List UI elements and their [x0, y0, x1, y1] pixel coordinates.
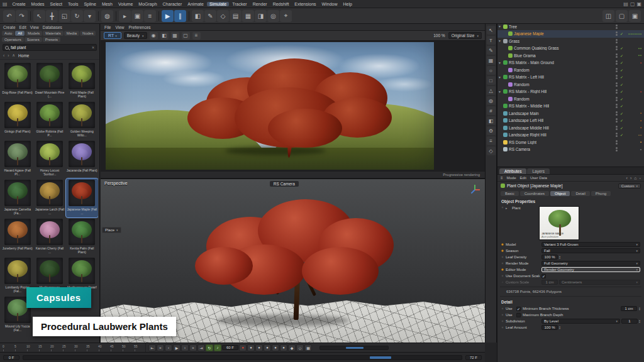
season-dropdown[interactable]: Fall ▾: [541, 248, 640, 253]
plant-asset[interactable]: Globe Robinia (Fall P...: [33, 101, 65, 140]
home-icon[interactable]: ⌂: [634, 176, 636, 180]
settings-icon[interactable]: ⚙: [487, 126, 496, 135]
enable-check-icon[interactable]: ✓: [619, 31, 625, 36]
separator[interactable]: [158, 11, 159, 21]
enable-check-icon[interactable]: ✓: [619, 89, 625, 94]
object-row[interactable]: Random ✓: [497, 81, 644, 89]
visibility-dots[interactable]: [616, 147, 618, 151]
menu-item[interactable]: Modes: [29, 2, 47, 6]
min-branch-checkbox[interactable]: ✓: [516, 307, 521, 311]
back-icon[interactable]: ‹: [626, 176, 628, 180]
key-rotation-icon[interactable]: ●: [264, 344, 271, 351]
separator[interactable]: [30, 11, 31, 21]
modeling-cube-icon[interactable]: ◧: [192, 10, 204, 22]
tag-strip[interactable]: ▪▪▪▪▪▪▪: [626, 32, 642, 36]
leaf-amount-field[interactable]: 100 %: [541, 325, 558, 330]
panel-menu-icon[interactable]: ≡: [501, 176, 503, 180]
search-input[interactable]: [11, 45, 90, 50]
object-row[interactable]: ▼ Grass ✓: [497, 38, 644, 45]
render-view-canvas[interactable]: [101, 41, 485, 171]
visibility-dots[interactable]: [616, 68, 618, 72]
tag-strip[interactable]: ▪: [626, 140, 642, 144]
layout-render-icon[interactable]: ▣: [629, 10, 641, 22]
object-row[interactable]: ▼ RS Matrix - Left Hill ✓: [497, 74, 644, 81]
forward-icon[interactable]: ›: [630, 176, 631, 180]
subdivision-dropdown[interactable]: By Level ▾: [541, 319, 620, 324]
plant-asset[interactable]: Honey Locust 'Sunbur...: [33, 140, 65, 178]
timeline-mini-slider[interactable]: [319, 346, 389, 350]
expand-arrow[interactable]: ▼: [497, 61, 502, 65]
expand-arrow[interactable]: ▼: [497, 90, 502, 94]
tag-strip[interactable]: ▪: [626, 126, 642, 129]
asset-filter-tab[interactable]: Auto: [2, 31, 14, 36]
visibility-dots[interactable]: [616, 53, 618, 58]
key-parameter-icon[interactable]: ●: [272, 344, 279, 351]
zoom-size-dropdown[interactable]: Original Size ▾: [448, 32, 482, 39]
list-icon[interactable]: ≡: [487, 136, 496, 145]
prev-key-icon[interactable]: «: [157, 344, 164, 351]
menu-item[interactable]: Redshift: [270, 2, 292, 6]
plant-asset[interactable]: Havard Agave (Fall Pl...: [1, 140, 33, 178]
visibility-dots[interactable]: [616, 75, 618, 79]
next-frame-icon[interactable]: ›: [181, 344, 189, 351]
object-row[interactable]: ▼ RS Matrix - Main Ground ✓ ▪: [497, 59, 644, 67]
editor-mode-dropdown[interactable]: Render Geometry ▾: [541, 267, 640, 272]
rt-renderer-button[interactable]: RT ▾: [104, 32, 121, 39]
object-name[interactable]: Tree: [509, 25, 517, 29]
axis-gizmo[interactable]: [470, 184, 480, 194]
object-name[interactable]: Landscape Left Hill: [509, 118, 543, 123]
object-name[interactable]: RS Matrix - Right Hill: [509, 89, 547, 94]
panel-tab[interactable]: Attributes: [499, 168, 526, 174]
object-name[interactable]: Grass: [509, 39, 519, 43]
goto-end-icon[interactable]: ⇥: [197, 344, 205, 351]
current-frame-field[interactable]: 60 F: [222, 345, 238, 350]
key-scale-icon[interactable]: ●: [255, 344, 263, 351]
attribute-menu-item[interactable]: User Data: [530, 176, 547, 180]
object-name[interactable]: RS Camera: [509, 147, 530, 151]
anim-dot[interactable]: [501, 314, 504, 316]
enable-check-icon[interactable]: ✓: [619, 118, 625, 123]
snapshot-icon[interactable]: ◉: [150, 32, 158, 40]
render-pass-dropdown[interactable]: Beauty ▾: [124, 32, 147, 39]
window-icon[interactable]: ▢: [630, 1, 635, 7]
menu-item[interactable]: Create: [10, 2, 28, 6]
object-row[interactable]: RS Camera ✓ ▪: [497, 146, 644, 153]
app-menu-icon[interactable]: ▤: [3, 1, 8, 7]
asset-filter-tab[interactable]: Nodes: [80, 31, 96, 36]
object-row[interactable]: Landscape Middle Hill ✓ ▪: [497, 124, 644, 132]
tag-strip[interactable]: ▪: [626, 90, 642, 94]
range-start-field[interactable]: 0 F: [3, 355, 19, 360]
simulate-pause-icon[interactable]: ∥: [174, 10, 186, 22]
menu-item[interactable]: Animate: [185, 2, 206, 6]
zoom-level[interactable]: 100 %: [433, 33, 445, 38]
next-key-icon[interactable]: »: [189, 344, 197, 351]
tag-strip[interactable]: ▪: [626, 148, 642, 151]
plant-asset[interactable]: Japanese Maple (Fall ...: [66, 178, 98, 217]
back-icon[interactable]: ‹: [3, 53, 4, 58]
separator[interactable]: [116, 11, 116, 21]
object-name[interactable]: Japanese Maple: [514, 31, 544, 36]
plant-asset[interactable]: Juneberry (Fall Plant): [1, 217, 33, 256]
place-tool-pill[interactable]: Place ▾: [102, 227, 121, 233]
breadcrumb[interactable]: Home: [18, 53, 29, 58]
subdivide-icon[interactable]: ▦: [242, 10, 254, 22]
redo-icon[interactable]: ↷: [16, 10, 28, 22]
object-name[interactable]: Landscape Main: [509, 111, 539, 116]
panel-icon[interactable]: ▣: [636, 1, 641, 7]
object-name[interactable]: Random: [514, 82, 530, 87]
object-name[interactable]: Landscape Right Hill: [509, 133, 547, 137]
enable-check-icon[interactable]: ✓: [619, 75, 625, 79]
grid-icon[interactable]: ▦: [171, 32, 179, 40]
anim-dot[interactable]: [501, 326, 504, 329]
tag-strip[interactable]: ▪: [626, 61, 642, 65]
expand-arrow[interactable]: ▼: [497, 25, 502, 28]
simulate-play-icon[interactable]: ▶: [162, 10, 174, 22]
anim-dot[interactable]: [501, 307, 504, 310]
snap-icon[interactable]: ▦: [304, 344, 312, 351]
stepper-arrows-icon[interactable]: ▴▾: [639, 307, 640, 310]
asset-filter-tab[interactable]: Media: [64, 31, 79, 36]
select-icon[interactable]: ↖: [487, 26, 496, 35]
menu-item[interactable]: Volume: [116, 2, 135, 6]
object-name[interactable]: Common Quaking Grass: [514, 46, 559, 50]
enable-check-icon[interactable]: ✓: [619, 46, 625, 50]
